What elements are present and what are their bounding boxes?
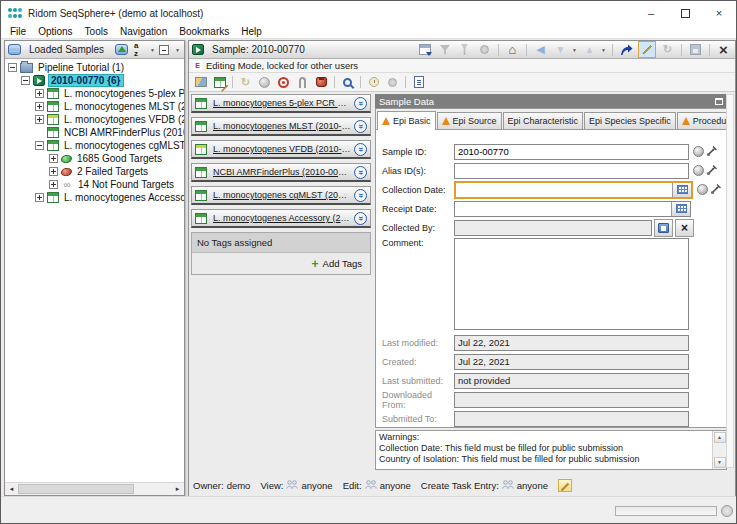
collection-date-label: Collection Date: <box>382 185 454 195</box>
tools-icon[interactable] <box>706 145 718 159</box>
restore-panel-icon[interactable] <box>715 98 723 105</box>
tree-item-label[interactable]: 1685 Good Targets <box>75 153 164 164</box>
home-icon[interactable] <box>504 42 521 58</box>
audit-search-icon[interactable] <box>343 78 352 87</box>
receipt-date-field[interactable] <box>455 202 671 216</box>
procedure-bar[interactable]: L. monocytogenes VFDB (2010-00770) <box>191 140 371 159</box>
procedure-link[interactable]: L. monocytogenes Accessory (2010... <box>213 213 351 223</box>
export-table-icon[interactable] <box>419 44 431 55</box>
scroll-right-button[interactable]: ▸ <box>171 483 184 496</box>
tree-horizontal-scrollbar[interactable]: ◂ ▸ <box>5 482 184 495</box>
scroll-left-button[interactable]: ◂ <box>5 483 18 496</box>
tree-item-label[interactable]: L. monocytogenes 5-plex PCR Serog <box>62 88 184 99</box>
tree-item-label[interactable]: L. monocytogenes MLST (2010-0077 <box>62 101 184 112</box>
tree-item-label[interactable]: 2 Failed Targets <box>75 166 150 177</box>
tab-epi-basic[interactable]: Epi Basic <box>377 111 436 130</box>
tab-epi-characteristic[interactable]: Epi Characteristic <box>503 112 584 129</box>
sort-icon[interactable] <box>134 44 144 56</box>
tools-icon[interactable] <box>706 164 718 178</box>
target-definition-icon[interactable] <box>278 77 289 88</box>
tab-epi-species-specific[interactable]: Epi Species Specific <box>584 112 676 129</box>
tab-epi-source[interactable]: Epi Source <box>437 112 502 129</box>
scroll-down-button[interactable]: ▼ <box>714 457 726 468</box>
tree-item-label[interactable]: Pipeline Tutorial (1) <box>36 62 126 73</box>
expand-toggle[interactable] <box>49 154 58 163</box>
expand-procedure-icon[interactable] <box>354 189 367 202</box>
export-image-icon[interactable] <box>195 77 207 87</box>
collapsed-side-strip[interactable] <box>726 94 734 468</box>
procedure-link[interactable]: L. monocytogenes VFDB (2010-00770) <box>213 144 351 154</box>
submit-icon[interactable] <box>618 42 635 58</box>
close-window-button[interactable]: × <box>702 1 736 25</box>
procedure-bar[interactable]: NCBI AMRFinderPlus (2010-00770) <box>191 163 371 182</box>
expand-toggle[interactable] <box>49 167 58 176</box>
menu-bookmarks[interactable]: Bookmarks <box>173 26 235 37</box>
edit-permissions-button[interactable] <box>558 479 572 492</box>
clear-button[interactable] <box>675 219 694 237</box>
comment-field[interactable] <box>454 238 689 330</box>
expand-toggle[interactable] <box>35 89 44 98</box>
sort-dropdown-caret[interactable] <box>150 47 156 53</box>
tree-item-label[interactable]: L. monocytogenes Accessory (2010- <box>62 192 184 203</box>
warnings-scrollbar[interactable]: ▲ ▼ <box>712 431 726 469</box>
procedure-bar[interactable]: L. monocytogenes Accessory (2010... <box>191 209 371 228</box>
sample-id-label: Sample ID: <box>382 147 454 157</box>
edit-mode-toggle[interactable] <box>638 41 656 58</box>
expand-procedure-icon[interactable] <box>354 120 367 133</box>
menu-options[interactable]: Options <box>32 26 78 37</box>
tree-item-label-selected[interactable]: 2010-00770 {6} <box>48 74 124 87</box>
procedure-link[interactable]: L. monocytogenes MLST (2010-00770) <box>213 121 351 131</box>
tree-item-label[interactable]: L. monocytogenes VFDB (2010-0077 <box>62 114 184 125</box>
expand-toggle[interactable] <box>49 180 58 189</box>
collapse-dropdown-caret[interactable] <box>175 47 181 53</box>
menu-file[interactable]: File <box>4 26 32 37</box>
expand-procedure-icon[interactable] <box>354 143 367 156</box>
attachment-icon[interactable] <box>299 77 306 88</box>
menu-navigation[interactable]: Navigation <box>114 26 173 37</box>
minimize-button[interactable]: – <box>634 1 668 25</box>
expand-toggle[interactable] <box>35 115 44 124</box>
calendar-button[interactable] <box>671 202 690 216</box>
tree-row: 2 Failed Targets <box>5 165 184 178</box>
choose-contact-button[interactable] <box>654 219 673 237</box>
expand-toggle[interactable] <box>35 102 44 111</box>
menu-tools[interactable]: Tools <box>79 26 114 37</box>
add-tags-button[interactable]: Add Tags <box>323 258 362 269</box>
procedure-bar[interactable]: L. monocytogenes cgMLST (2010-00... <box>191 186 371 205</box>
tab-procedure[interactable]: Procedure <box>677 112 727 129</box>
sample-panel: Sample: 2010-00770 <box>188 40 736 497</box>
procedure-link[interactable]: NCBI AMRFinderPlus (2010-00770) <box>213 167 351 177</box>
collapse-toggle[interactable] <box>8 63 17 72</box>
collapse-toggle[interactable] <box>35 141 44 150</box>
scroll-up-button[interactable]: ▲ <box>714 432 726 443</box>
edit-table-icon[interactable] <box>211 74 228 90</box>
procedure-link[interactable]: L. monocytogenes 5-plex PCR Sero... <box>213 98 351 108</box>
collapse-toggle[interactable] <box>21 76 30 85</box>
expand-procedure-icon[interactable] <box>354 97 367 110</box>
maximize-button[interactable] <box>668 1 702 25</box>
tree-item-label[interactable]: L. monocytogenes cgMLST (2010-00 <box>62 140 184 151</box>
calendar-button[interactable] <box>672 183 691 197</box>
tools-icon[interactable] <box>710 183 722 197</box>
menu-help[interactable]: Help <box>235 26 268 37</box>
procedure-bar[interactable]: L. monocytogenes MLST (2010-00770) <box>191 117 371 136</box>
expand-toggle[interactable] <box>35 193 44 202</box>
tree-item-label[interactable]: 14 Not Found Targets <box>76 179 176 190</box>
procedure-link[interactable]: L. monocytogenes cgMLST (2010-00... <box>213 190 351 200</box>
back-icon[interactable] <box>532 42 549 58</box>
expand-procedure-icon[interactable] <box>354 166 367 179</box>
report-icon[interactable] <box>414 76 424 88</box>
expand-procedure-icon[interactable] <box>354 212 367 225</box>
scrollbar-thumb[interactable] <box>18 484 134 494</box>
sample-id-field[interactable] <box>454 144 689 160</box>
collection-date-field[interactable] <box>456 183 672 197</box>
collapse-all-icon[interactable] <box>159 45 169 55</box>
tree-item-label[interactable]: NCBI AMRFinderPlus (2010-00770) <box>62 127 184 138</box>
disabled-action-icon <box>480 45 489 54</box>
close-sample-icon[interactable] <box>715 42 732 58</box>
receipt-date-wrapper <box>454 201 691 217</box>
procedure-bar[interactable]: L. monocytogenes 5-plex PCR Sero... <box>191 94 371 113</box>
alias-id-field[interactable] <box>454 163 689 179</box>
load-samples-icon[interactable] <box>115 44 128 55</box>
delete-sample-icon[interactable] <box>316 77 327 87</box>
